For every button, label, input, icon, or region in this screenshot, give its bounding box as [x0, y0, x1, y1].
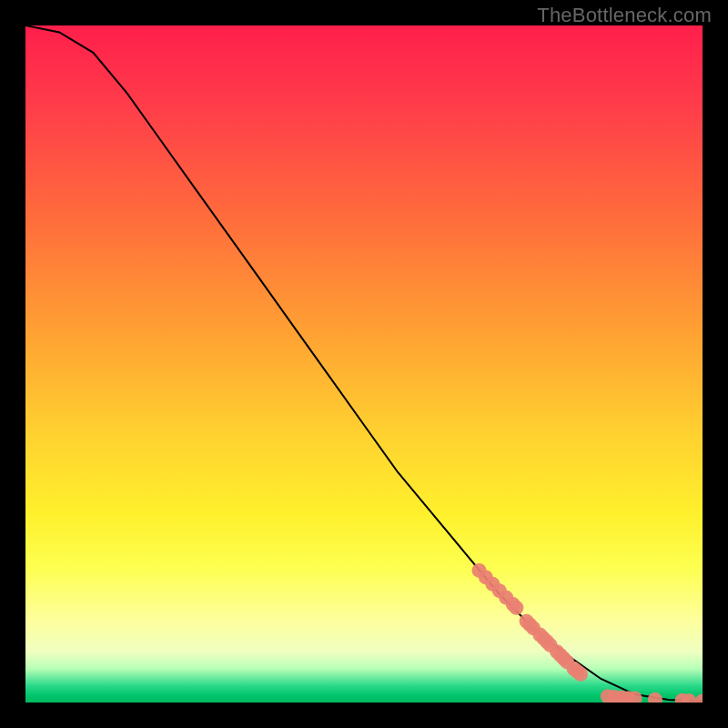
highlighted-point — [695, 693, 703, 703]
chart-container: TheBottleneck.com — [0, 0, 728, 728]
highlighted-point — [648, 693, 662, 703]
watermark-text: TheBottleneck.com — [537, 4, 712, 27]
bottleneck-curve — [25, 25, 703, 702]
chart-svg-overlay — [25, 25, 703, 703]
highlighted-point — [573, 667, 588, 682]
highlighted-point — [509, 601, 523, 615]
highlighted-points-group — [472, 563, 703, 703]
plot-area — [25, 25, 703, 703]
